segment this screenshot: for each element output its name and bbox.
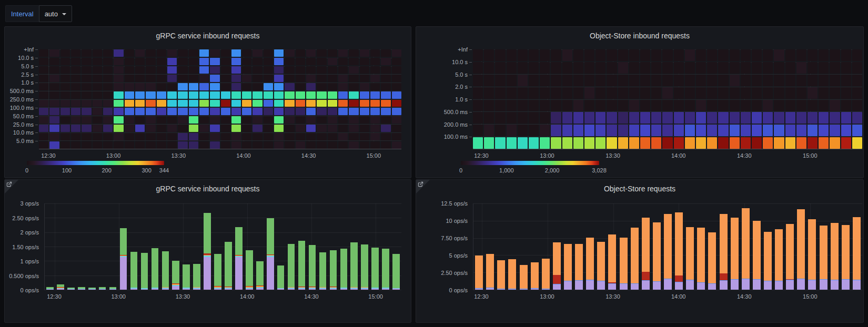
heatmap-cell [242, 116, 251, 124]
y-axis-tick [469, 137, 472, 137]
heatmap-cell [93, 83, 102, 90]
bar-segment-series-green [152, 248, 159, 288]
heatmap-cell [360, 91, 369, 99]
heatmap-cell [741, 75, 751, 86]
heatmap-cell [551, 87, 561, 99]
heatmap-cell [629, 125, 639, 136]
heatmap-cell [830, 62, 840, 74]
legend-tick-label: 344 [159, 167, 169, 173]
heatmap-cell [473, 49, 483, 61]
heatmap-cell [146, 91, 155, 99]
heatmap-cell [730, 87, 740, 99]
heatmap-cell [146, 116, 155, 124]
heatmap-cell [674, 125, 684, 136]
bar-segment-series-purple [298, 289, 306, 290]
bar [130, 252, 138, 290]
heatmap-cell [584, 75, 594, 86]
heatmap-cell [360, 49, 369, 57]
heatmap-cell [114, 125, 123, 132]
heatmap-cell [167, 75, 177, 82]
y-axis-tick [35, 58, 38, 58]
bar-segment-series-purple [520, 289, 528, 290]
heatmap-cell [39, 141, 48, 149]
heatmap-cell [338, 91, 348, 99]
panel-title[interactable]: Object-Store requests [416, 185, 863, 193]
heatmap-cell [392, 83, 401, 90]
heatmap-cell [71, 125, 80, 132]
heatmap-cell [285, 83, 294, 90]
y-axis-tick [469, 87, 472, 87]
heatmap-cell [264, 75, 273, 82]
heatmap-cell [381, 49, 390, 57]
heatmap-cell [189, 100, 198, 107]
heatmap-cell [189, 49, 198, 57]
heatmap-cell [562, 100, 572, 111]
heatmap-cell [473, 87, 483, 99]
heatmap-cell [328, 75, 337, 82]
heatmap-cell [473, 137, 483, 149]
heatmap-cell [392, 66, 401, 74]
heatmap-cell [573, 100, 583, 111]
interval-dropdown[interactable]: auto [39, 5, 72, 22]
bar-segment-series-purple [853, 280, 861, 290]
heatmap-cell [841, 100, 851, 111]
bar-segment-series-purple [764, 281, 772, 290]
bar [486, 254, 494, 290]
heatmap-cell [135, 133, 145, 140]
heatmap-cell [189, 75, 198, 82]
heatmap-cell [338, 83, 348, 90]
heatmap-cell [741, 112, 751, 124]
heatmap-cell [285, 49, 294, 57]
heatmap-cell [360, 133, 369, 140]
heatmap-cell [103, 83, 113, 90]
heatmap-cell [328, 116, 337, 124]
panel-title[interactable]: gRPC service inbound requests [5, 185, 411, 193]
heatmap-cell [146, 83, 155, 90]
heatmap-cell [370, 108, 380, 115]
bar-segment-series-purple [382, 289, 389, 290]
panel-title[interactable]: gRPC service inbound requests [5, 32, 411, 40]
heatmap-cell [125, 49, 134, 57]
heatmap-cell [495, 62, 505, 74]
heatmap-cell [82, 116, 91, 124]
heatmap-cell [718, 62, 728, 74]
heatmap-cell [135, 66, 145, 74]
bar-segment-series-green [225, 242, 232, 287]
heatmap-cell [49, 75, 59, 82]
y-axis-label: 50.0 ms [13, 113, 34, 119]
external-link-icon[interactable] [6, 181, 12, 187]
heatmap-cell [253, 125, 262, 132]
heatmap-cell [167, 91, 177, 99]
heatmap-cell [39, 125, 48, 132]
bar-segment-series-purple [831, 280, 839, 290]
heatmap-cell [274, 100, 284, 107]
bar-segment-series-orange [853, 217, 861, 280]
heatmap-cell [392, 58, 401, 65]
external-link-icon[interactable] [418, 181, 423, 187]
x-axis-label: 15:00 [367, 152, 381, 159]
heatmap-cell [167, 125, 177, 132]
heatmap-cell [135, 141, 145, 149]
bar [653, 222, 661, 290]
heatmap-cell [830, 75, 840, 86]
heatmap-cell [662, 125, 672, 136]
bar-segment-series-purple [172, 286, 179, 290]
bar [708, 232, 716, 290]
heatmap-cell [518, 49, 528, 61]
heatmap-cell [596, 125, 605, 136]
bar [553, 242, 561, 290]
heatmap-cells [473, 49, 862, 149]
heatmap-cell [253, 141, 262, 149]
bar-segment-series-purple [708, 284, 716, 290]
heatmap-cell [618, 62, 628, 74]
heatmap-cell [93, 100, 102, 107]
heatmap-cell [640, 62, 650, 74]
heatmap-cell [360, 75, 369, 82]
panel-title[interactable]: Object-Store inbound requests [416, 32, 863, 40]
heatmap-cell [167, 108, 177, 115]
heatmap-cell [518, 100, 528, 111]
heatmap-cell [819, 100, 829, 111]
heatmap-cell [662, 137, 672, 149]
heatmap-cell [221, 141, 230, 149]
heatmap-cell [529, 49, 539, 61]
